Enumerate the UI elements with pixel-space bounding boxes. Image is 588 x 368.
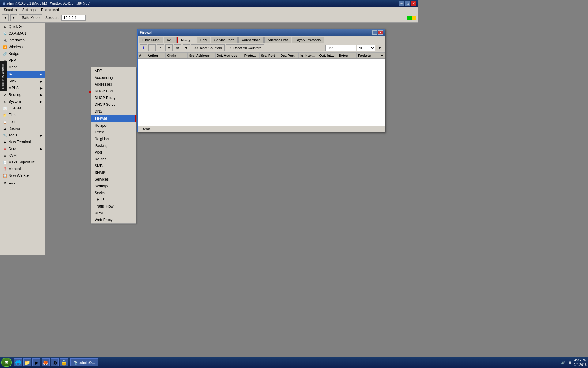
sidebar-label-files: Files [9,113,16,117]
submenu-arp[interactable]: ARP [91,67,136,74]
fw-close-button[interactable]: ✕ [378,30,383,35]
submenu-pool[interactable]: Pool [91,149,136,156]
sidebar-label-newterminal: New Terminal [9,140,31,144]
sidebar-item-mpls[interactable]: ◆ MPLS ▶ [0,85,45,91]
submenu-tftp[interactable]: TFTP [91,196,136,203]
sidebar-item-log[interactable]: 📋 Log [0,118,45,125]
radius-icon: ☁ [2,126,7,131]
submenu-ipsec[interactable]: IPsec [91,129,136,136]
submenu-web-proxy[interactable]: Web Proxy [91,217,136,223]
submenu-neighbors[interactable]: Neighbors [91,136,136,142]
maximize-button[interactable]: □ [405,1,410,6]
col-expand[interactable]: ▼ [379,53,385,58]
fw-minimize-button[interactable]: ─ [372,30,377,35]
col-src-port: Src. Port [260,53,279,58]
submenu-traffic-flow[interactable]: Traffic Flow [91,203,136,210]
tab-mangle[interactable]: Mangle [177,37,196,43]
sidebar-item-newwinbox[interactable]: 🪟 New WinBox [0,172,45,179]
sidebar-item-manual[interactable]: ❓ Manual [0,166,45,172]
submenu-dns[interactable]: DNS [91,108,136,115]
submenu-smb[interactable]: SMB [91,163,136,169]
sidebar-label-ip: IP [9,72,12,76]
back-button[interactable]: ◄ [2,14,9,21]
fw-enable-button[interactable]: ✓ [157,44,164,51]
bridge-icon: 🔗 [2,51,7,56]
safe-mode-button[interactable]: Safe Mode [19,14,42,21]
submenu-dhcp-relay[interactable]: DHCP Relay [91,94,136,101]
sidebar-item-tools[interactable]: 🔧 Tools ▶ [0,132,45,139]
fw-search-arrow-button[interactable]: ▼ [377,45,383,51]
menu-session[interactable]: Session [1,7,19,13]
sidebar-item-ipv6[interactable]: 🌐 IPv6 ▶ [0,78,45,85]
sidebar-item-exit[interactable]: ✖ Exit [0,179,45,186]
sidebar-item-ppp[interactable]: ↔ PPP [0,57,45,64]
sidebar-label-capsman: CAPsMAN [9,31,26,36]
sidebar-item-radius[interactable]: ☁ Radius [0,125,45,132]
submenu-settings[interactable]: Settings [91,183,136,190]
fw-filter-button[interactable]: ▼ [183,44,190,51]
submenu-accounting[interactable]: Accounting [91,74,136,81]
fw-search-input[interactable] [325,45,356,51]
menu-settings[interactable]: Settings [20,7,38,13]
sidebar-item-makesupout[interactable]: 📄 Make Supout.rif [0,159,45,166]
tab-service-ports[interactable]: Service Ports [211,37,238,43]
reset-counters-label: 00 Reset Counters [194,46,222,50]
submenu-firewall[interactable]: Firewall [91,115,136,122]
tab-raw[interactable]: Raw [197,37,210,43]
submenu-dhcp-server[interactable]: DHCP Server [91,101,136,108]
fw-copy-button[interactable]: ⧉ [174,44,181,51]
sidebar-item-capsman[interactable]: 📡 CAPsMAN [0,30,45,37]
sidebar-item-kvm[interactable]: 🖥 KVM [0,152,45,159]
sidebar-item-routing[interactable]: ↗ Routing ▶ [0,91,45,98]
sidebar-item-files[interactable]: 📁 Files [0,112,45,118]
main-area: ⚙ Quick Set 📡 CAPsMAN 🔌 Interfaces 📶 Wir… [0,23,418,255]
submenu-packing[interactable]: Packing [91,142,136,149]
title-bar-buttons: ─ □ ✕ [399,1,417,6]
ip-submenu: ARP Accounting Addresses DHCP Client DHC… [91,67,136,224]
tab-layer7-protocols[interactable]: Layer7 Protocols [292,37,324,43]
fw-add-button[interactable]: + [140,44,147,51]
sidebar-label-system: System [9,99,21,104]
fw-search-select[interactable]: all [357,45,375,51]
submenu-snmp[interactable]: SNMP [91,169,136,176]
submenu-socks[interactable]: Socks [91,190,136,196]
menu-dashboard[interactable]: Dashboard [39,7,62,13]
sidebar-item-dude[interactable]: ● Dude ▶ [0,145,45,152]
sidebar-item-bridge[interactable]: 🔗 Bridge [0,50,45,57]
sidebar-item-ip[interactable]: 🌐 IP ▶ [0,71,45,78]
sidebar-item-newterminal[interactable]: ▶ New Terminal [0,139,45,145]
tab-connections[interactable]: Connections [238,37,264,43]
title-bar-left: 🖥 admin@10.0.0.1 (MikroTik) - WinBox v6.… [2,2,90,5]
close-button[interactable]: ✕ [411,1,417,6]
submenu-routes[interactable]: Routes [91,156,136,163]
submenu-upnp[interactable]: UPnP [91,210,136,217]
fw-reset-counters-button[interactable]: 00 Reset Counters [191,44,225,51]
sidebar-item-mesh[interactable]: ⬡ Mesh [0,64,45,71]
fw-reset-all-counters-button[interactable]: 00 Reset All Counters [226,44,264,51]
menu-bar: Session Settings Dashboard [0,7,418,13]
tab-nat[interactable]: NAT [164,37,177,43]
sidebar-item-wireless[interactable]: 📶 Wireless [0,44,45,50]
window-title: admin@10.0.0.1 (MikroTik) - WinBox v6.41… [6,2,90,5]
tab-address-lists[interactable]: Address Lists [264,37,291,43]
sidebar-item-quickset[interactable]: ⚙ Quick Set [0,23,45,30]
submenu-dhcp-client[interactable]: DHCP Client [91,88,136,94]
routing-icon: ↗ [2,92,7,97]
sidebar-item-queues[interactable]: 📊 Queues [0,105,45,112]
fw-remove-button[interactable]: ─ [148,44,156,51]
col-proto: Proto... [243,53,260,58]
minimize-button[interactable]: ─ [399,1,404,6]
quickset-icon: ⚙ [2,24,7,29]
sidebar-item-system[interactable]: ⚙ System ▶ [0,98,45,105]
sidebar-item-interfaces[interactable]: 🔌 Interfaces [0,37,45,44]
tab-filter-rules[interactable]: Filter Rules [139,37,163,43]
fw-disable-button[interactable]: ✕ [165,44,173,51]
submenu-hotspot[interactable]: Hotspot [91,122,136,129]
forward-button[interactable]: ► [10,14,17,21]
system-arrow: ▶ [40,100,43,103]
title-bar: 🖥 admin@10.0.0.1 (MikroTik) - WinBox v6.… [0,0,418,7]
col-action: Action [146,53,166,58]
ip-arrow: ▶ [40,73,42,76]
submenu-services[interactable]: Services [91,176,136,183]
submenu-addresses[interactable]: Addresses [91,81,136,88]
